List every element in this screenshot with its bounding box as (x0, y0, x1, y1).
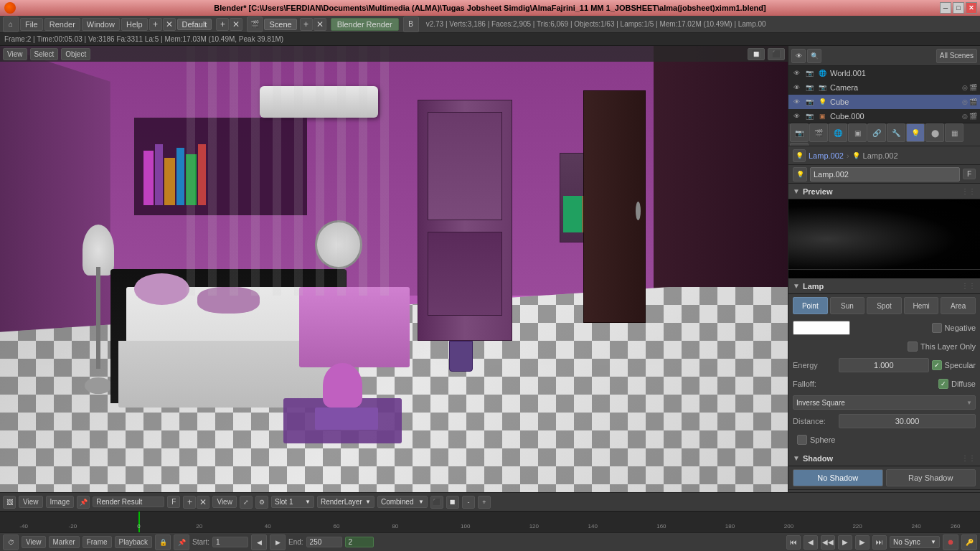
outliner-item-cube[interactable]: 👁 📷 💡 Cube ◎ 🎬 (788, 95, 980, 109)
timeline-view-menu[interactable]: View (22, 536, 46, 548)
visibility-icon[interactable]: 👁 (791, 83, 801, 93)
jump-end-button[interactable]: ⏭ (872, 535, 887, 550)
timeline-playback-menu[interactable]: Playback (115, 536, 153, 548)
sphere-checkbox[interactable] (797, 435, 807, 445)
shadow-options-icon[interactable]: ⋮⋮ (961, 454, 976, 462)
editor-add-button[interactable]: + (149, 18, 162, 31)
slot-selector[interactable]: Slot 1 ▼ (271, 496, 314, 508)
start-decrement-icon[interactable]: ◀ (251, 534, 267, 550)
texture-props-icon[interactable]: ▦ (945, 123, 963, 142)
menu-help[interactable]: Help (121, 18, 148, 31)
specular-checkbox[interactable] (932, 360, 942, 370)
prev-frame-button[interactable]: ◀ (804, 535, 818, 550)
viewport-3d[interactable]: View Select Object 🔲 ⬛ (0, 46, 788, 492)
image-view-menu[interactable]: View (19, 496, 43, 508)
restrict-select-icon2[interactable]: ◎ (962, 98, 968, 105)
lamp-spot-button[interactable]: Spot (867, 297, 902, 314)
no-shadow-button[interactable]: No Shadow (793, 469, 883, 486)
image-zoom-out-icon[interactable]: - (462, 496, 475, 509)
object-props-icon[interactable]: ▣ (848, 123, 867, 142)
fake-user-button[interactable]: F (963, 169, 976, 179)
ray-shadow-button[interactable]: Ray Shadow (886, 469, 976, 486)
lamp-options-icon[interactable]: ⋮⋮ (961, 282, 976, 290)
image-pin-icon[interactable]: 📌 (77, 496, 90, 509)
all-scenes-dropdown[interactable]: All Scenes (936, 49, 977, 63)
viewport-select-menu[interactable]: Select (30, 48, 59, 60)
image-name-field[interactable] (93, 496, 164, 507)
timeline-frame-menu[interactable]: Frame (83, 536, 112, 548)
viewport-shading-icon[interactable]: ⬛ (768, 48, 785, 60)
search-button[interactable]: 🔍 (807, 49, 821, 63)
next-frame-button[interactable]: ▶ (855, 535, 870, 550)
view-button[interactable]: 👁 (791, 49, 806, 63)
falloff-type-dropdown[interactable]: Inverse Square ▼ (793, 395, 976, 410)
restrict-render-icon2[interactable]: 🎬 (969, 98, 977, 105)
breadcrumb-item-2[interactable]: Lamp.002 (863, 151, 898, 160)
render-engine-selector[interactable]: Blender Render (331, 18, 399, 31)
image-channel-icon[interactable]: 🔲 (446, 496, 459, 509)
image-f-button[interactable]: F (167, 496, 180, 508)
restrict-select-icon[interactable]: ◎ (962, 84, 968, 91)
render-icon[interactable]: 📷 (804, 111, 814, 121)
image-editor-type-icon[interactable]: 🖼 (3, 496, 16, 509)
viewport-view-menu[interactable]: View (3, 48, 27, 60)
layout-add-button[interactable]: + (216, 18, 229, 31)
layout-selector[interactable]: Default (177, 19, 212, 30)
preview-options-icon[interactable]: ⋮⋮ (961, 187, 976, 195)
menu-render[interactable]: Render (44, 18, 80, 31)
restrict-select-icon3[interactable]: ◎ (962, 113, 968, 120)
timeline-type-icon[interactable]: ⏱ (3, 534, 19, 550)
blender-home-button[interactable]: ⌂ (3, 17, 19, 32)
render-props-icon[interactable]: 📷 (790, 123, 809, 142)
object-name-input[interactable] (810, 167, 960, 182)
timeline-marker-menu[interactable]: Marker (49, 536, 80, 548)
lamp-section-header[interactable]: ▼ Lamp ⋮⋮ (788, 278, 980, 294)
image-overlay-icon[interactable]: ⬛ (430, 496, 443, 509)
close-button[interactable]: ✕ (966, 2, 977, 14)
window-controls[interactable]: ─ □ ✕ (940, 2, 977, 14)
modifier-props-icon[interactable]: 🔧 (887, 123, 905, 142)
visibility-icon[interactable]: 👁 (791, 97, 801, 107)
scene-remove-button[interactable]: ✕ (314, 18, 326, 31)
play-reverse-button[interactable]: ◀◀ (821, 535, 835, 550)
viewport-mode-icon[interactable]: 🔲 (748, 48, 765, 60)
distance-value-field[interactable]: 30.000 (839, 414, 976, 428)
record-button[interactable]: ⏺ (943, 534, 958, 550)
editor-remove-button[interactable]: ✕ (163, 18, 176, 31)
constraint-props-icon[interactable]: 🔗 (867, 123, 886, 142)
lamp-area-button[interactable]: Area (941, 297, 976, 314)
outliner-item-camera[interactable]: 👁 📷 📷 Camera ◎ 🎬 (788, 80, 980, 95)
custom-props-header[interactable]: ▶ Custom Properties ⋮⋮ (788, 489, 980, 492)
lamp-color-swatch[interactable] (793, 321, 850, 335)
image-remove-button[interactable]: ✕ (197, 496, 209, 509)
preview-section-header[interactable]: ▼ Preview ⋮⋮ (788, 184, 980, 199)
breadcrumb-item-1[interactable]: Lamp.002 (809, 151, 844, 160)
image-zoom-in-icon[interactable]: + (478, 496, 491, 509)
start-increment-icon[interactable]: ▶ (270, 534, 286, 550)
scene-props-icon[interactable]: 🎬 (809, 123, 828, 142)
visibility-icon[interactable]: 👁 (791, 68, 801, 78)
world-props-icon[interactable]: 🌐 (829, 123, 847, 142)
sync-selector[interactable]: No Sync ▼ (890, 536, 940, 548)
render-icon[interactable]: 📷 (804, 83, 814, 93)
maximize-button[interactable]: □ (953, 2, 964, 14)
layout-remove-button[interactable]: ✕ (230, 18, 242, 31)
negative-checkbox[interactable] (932, 323, 942, 333)
image-view-btn2[interactable]: View (212, 496, 237, 508)
scene-selector[interactable]: Scene (264, 19, 296, 30)
lock-icon[interactable]: 🔒 (155, 534, 171, 550)
start-frame-input[interactable] (212, 537, 248, 547)
scene-add-button[interactable]: + (300, 18, 313, 31)
minimize-button[interactable]: ─ (940, 2, 951, 14)
lamp-sun-button[interactable]: Sun (830, 297, 865, 314)
render-icon[interactable]: 📷 (804, 68, 814, 78)
keyframe-button[interactable]: 🔑 (961, 534, 977, 550)
shadow-section-header[interactable]: ▼ Shadow ⋮⋮ (788, 451, 980, 466)
render-icon[interactable]: 📷 (804, 97, 814, 107)
image-props-icon[interactable]: ⚙ (255, 496, 268, 509)
end-frame-input[interactable] (306, 537, 342, 547)
data-props-icon[interactable]: 💡 (906, 123, 925, 142)
energy-value-field[interactable]: 1.000 (839, 358, 929, 372)
material-props-icon[interactable]: ⬤ (925, 123, 944, 142)
restrict-render-icon[interactable]: 🎬 (969, 84, 977, 91)
